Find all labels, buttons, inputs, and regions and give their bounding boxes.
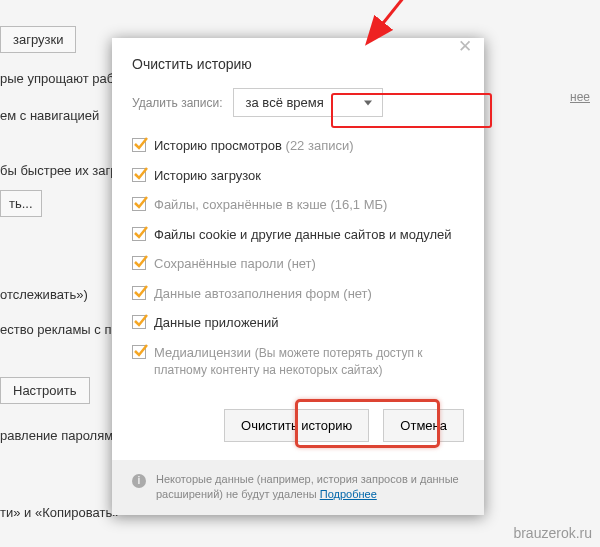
dialog-header: Очистить историю	[112, 38, 484, 84]
checkbox[interactable]	[132, 256, 146, 270]
checkbox[interactable]	[132, 315, 146, 329]
checkbox-label: Данные приложений	[154, 314, 279, 332]
dialog-footer: i Некоторые данные (например, история за…	[112, 460, 484, 515]
checkbox-label: Историю загрузок	[154, 167, 261, 185]
watermark: brauzerok.ru	[513, 525, 592, 541]
checkbox-row: Данные приложений	[132, 308, 464, 338]
checkbox-row: Файлы, сохранённые в кэше (16,1 МБ)	[132, 190, 464, 220]
footer-text: Некоторые данные (например, история запр…	[156, 473, 459, 500]
delete-range-row: Удалить записи: за всё время	[112, 84, 484, 131]
checkbox-row: Файлы cookie и другие данные сайтов и мо…	[132, 220, 464, 250]
info-icon: i	[132, 474, 146, 488]
checkbox-row: Медиалицензии (Вы можете потерять доступ…	[132, 338, 464, 385]
cancel-button[interactable]: Отмена	[383, 409, 464, 442]
checkbox[interactable]	[132, 138, 146, 152]
checkbox-suffix: (16,1 МБ)	[330, 197, 387, 212]
dialog-title: Очистить историю	[132, 56, 464, 72]
checkbox-label: Данные автозаполнения форм	[154, 286, 340, 301]
checkbox-suffix: (22 записи)	[286, 138, 354, 153]
checkbox[interactable]	[132, 345, 146, 359]
checkbox[interactable]	[132, 197, 146, 211]
configure-button[interactable]: Настроить	[0, 377, 90, 404]
checkbox-label: Файлы cookie и другие данные сайтов и мо…	[154, 226, 452, 244]
clear-history-button[interactable]: Очистить историю	[224, 409, 369, 442]
checkbox[interactable]	[132, 168, 146, 182]
checkbox[interactable]	[132, 227, 146, 241]
checkbox-row: Историю просмотров (22 записи)	[132, 131, 464, 161]
checkbox-row: Историю загрузок	[132, 161, 464, 191]
time-range-select[interactable]: за всё время	[233, 88, 383, 117]
ellipsis-button[interactable]: ть...	[0, 190, 42, 217]
footer-more-link[interactable]: Подробнее	[320, 488, 377, 500]
checkbox-label: Сохранённые пароли	[154, 256, 284, 271]
checkbox[interactable]	[132, 286, 146, 300]
checkbox-suffix: (нет)	[287, 256, 316, 271]
checkbox-row: Сохранённые пароли (нет)	[132, 249, 464, 279]
checkbox-label: Медиалицензии	[154, 345, 251, 360]
checkbox-list: Историю просмотров (22 записи) Историю з…	[112, 131, 484, 399]
checkbox-row: Данные автозаполнения форм (нет)	[132, 279, 464, 309]
checkbox-suffix: (нет)	[343, 286, 372, 301]
delete-label: Удалить записи:	[132, 96, 223, 110]
checkbox-label: Историю просмотров	[154, 138, 282, 153]
dialog-buttons: Очистить историю Отмена	[112, 399, 484, 460]
downloads-button[interactable]: загрузки	[0, 26, 76, 53]
select-value: за всё время	[246, 95, 324, 110]
clear-history-dialog: ✕ Очистить историю Удалить записи: за вс…	[112, 38, 484, 515]
close-icon[interactable]: ✕	[456, 38, 474, 56]
more-link[interactable]: нее	[570, 90, 590, 104]
chevron-down-icon	[364, 100, 372, 105]
checkbox-label: Файлы, сохранённые в кэше	[154, 197, 327, 212]
